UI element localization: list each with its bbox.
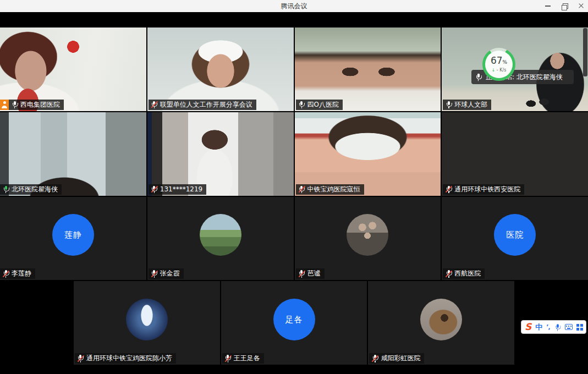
video-feed [147, 112, 294, 196]
participant-name: 四O八医院 [307, 100, 339, 109]
participant-name: 王王足各 [234, 354, 260, 363]
network-percent: 67% [491, 56, 507, 67]
participant-name: 131****1219 [160, 185, 202, 193]
video-feed [0, 28, 146, 111]
nameplate: 张金霞 [149, 268, 184, 279]
grid-row-2: 北环医院瞿海侠 131****1219 中铁宝鸡 [0, 112, 588, 196]
meeting-window: 腾讯会议 西电集团医院 [0, 0, 588, 374]
participant-tile[interactable]: 中铁宝鸡医院寇恒 [295, 112, 441, 196]
participant-name: 环球人文部 [454, 100, 487, 109]
grid-row-4: 通用环球中铁宝鸡医院陈小芳 足各 王王足各 [0, 281, 588, 365]
close-button[interactable] [577, 2, 585, 10]
participant-tile[interactable]: 联盟单位人文工作开展分享会议 [147, 28, 294, 111]
avatar-photo [126, 299, 168, 340]
participant-tile[interactable]: 通用环球中铁西安医院 [442, 112, 588, 196]
restore-button[interactable] [560, 2, 568, 10]
mic-muted-icon [224, 355, 232, 362]
avatar-photo [420, 299, 462, 340]
participant-tile[interactable]: 莲静 李莲静 [0, 197, 146, 280]
avatar-wrap [295, 197, 441, 280]
nameplate: 环球人文部 [443, 100, 491, 110]
participant-tile[interactable]: 环球人文部 [442, 28, 588, 111]
nameplate: 北环医院瞿海侠 [0, 184, 62, 195]
participant-tile[interactable]: 芭谧 [295, 197, 441, 280]
participant-name: 通用环球中铁宝鸡医院陈小芳 [86, 354, 172, 363]
title-bar: 腾讯会议 [0, 0, 588, 12]
participant-name: 李莲静 [12, 269, 31, 278]
ime-punctuation-toggle[interactable]: ’, [546, 323, 549, 331]
mic-muted-icon [371, 355, 378, 362]
ime-toolbar: S 中 ’, [521, 320, 586, 334]
mic-muted-icon [151, 101, 158, 108]
participant-name: 咸阳彩虹医院 [381, 354, 420, 363]
participant-tile[interactable]: 足各 王王足各 [221, 281, 367, 365]
ime-voice-input-icon[interactable] [554, 323, 560, 331]
sogou-logo-icon[interactable]: S [525, 322, 531, 332]
avatar-photo [347, 214, 388, 256]
mic-on-icon [298, 101, 305, 108]
participant-tile[interactable]: 张金霞 [147, 197, 294, 280]
participant-tile[interactable]: 131****1219 [147, 112, 294, 196]
mic-speaking-icon [2, 185, 9, 193]
mic-muted-icon [151, 185, 158, 193]
mic-on-icon [445, 101, 452, 108]
participant-name: 张金霞 [160, 269, 180, 278]
mic-icon [475, 73, 482, 81]
mic-muted-icon [445, 185, 452, 193]
nameplate: 131****1219 [149, 184, 206, 195]
avatar-text: 足各 [285, 315, 303, 325]
nameplate: 中铁宝鸡医院寇恒 [296, 184, 364, 195]
participant-name: 中铁宝鸡医院寇恒 [307, 185, 360, 194]
nameplate: 通用环球中铁宝鸡医院陈小芳 [75, 353, 176, 364]
mic-muted-icon [298, 270, 305, 278]
mic-muted-icon [2, 270, 9, 278]
ime-language-toggle[interactable]: 中 [535, 322, 542, 332]
scrollbar-thumb[interactable] [583, 28, 587, 76]
participant-tile[interactable]: 四O八医院 [295, 28, 441, 111]
window-title: 腾讯会议 [281, 2, 307, 11]
video-feed [295, 112, 441, 196]
avatar-wrap [368, 281, 514, 365]
nameplate: 西航医院 [443, 268, 485, 279]
participant-name: 通用环球中铁西安医院 [454, 185, 520, 194]
avatar-wrap: 莲静 [0, 197, 146, 280]
avatar-wrap: 足各 [221, 281, 367, 365]
nameplate: 西电集团医院 [0, 100, 64, 110]
avatar-initials: 医院 [494, 214, 536, 256]
nameplate: 芭谧 [296, 268, 325, 279]
ime-keyboard-icon[interactable] [565, 324, 573, 330]
video-feed [295, 28, 441, 111]
network-quality-inner: 67% ↓ - K/s [485, 51, 513, 78]
network-speed: ↓ - K/s [492, 68, 507, 73]
video-feed [442, 112, 588, 196]
participant-name: 联盟单位人文工作开展分享会议 [160, 100, 252, 109]
avatar-text: 医院 [506, 230, 524, 240]
avatar-text: 莲静 [64, 230, 82, 240]
participant-name: 西电集团医院 [20, 100, 60, 109]
ime-toolbox-icon[interactable] [576, 324, 582, 331]
network-quality-badge: 67% ↓ - K/s [482, 48, 515, 81]
video-feed [442, 28, 588, 111]
participant-name: 北环医院瞿海侠 [12, 185, 58, 194]
participant-tile[interactable]: 咸阳彩虹医院 [368, 281, 514, 365]
avatar-wrap: 医院 [442, 197, 588, 280]
minimize-button[interactable] [544, 2, 552, 10]
avatar-photo [200, 214, 241, 256]
participant-tile[interactable]: 医院 西航医院 [442, 197, 588, 280]
mic-on-icon [11, 101, 18, 108]
participant-tile[interactable]: 通用环球中铁宝鸡医院陈小芳 [74, 281, 220, 365]
mic-muted-icon [77, 355, 84, 362]
nameplate: 王王足各 [222, 353, 264, 364]
grid-row-3: 莲静 李莲静 张金霞 [0, 197, 588, 280]
participant-name: 芭谧 [307, 269, 321, 278]
nameplate: 咸阳彩虹医院 [369, 353, 424, 364]
host-badge-icon [0, 100, 9, 110]
video-feed [0, 112, 146, 196]
nameplate: 联盟单位人文工作开展分享会议 [149, 100, 256, 110]
nameplate: 通用环球中铁西安医院 [443, 184, 524, 195]
nameplate: 四O八医院 [296, 100, 343, 110]
avatar-wrap [147, 197, 294, 280]
video-feed [147, 28, 294, 111]
participant-tile[interactable]: 西电集团医院 [0, 28, 146, 111]
participant-tile-active-speaker[interactable]: 北环医院瞿海侠 [0, 112, 146, 196]
